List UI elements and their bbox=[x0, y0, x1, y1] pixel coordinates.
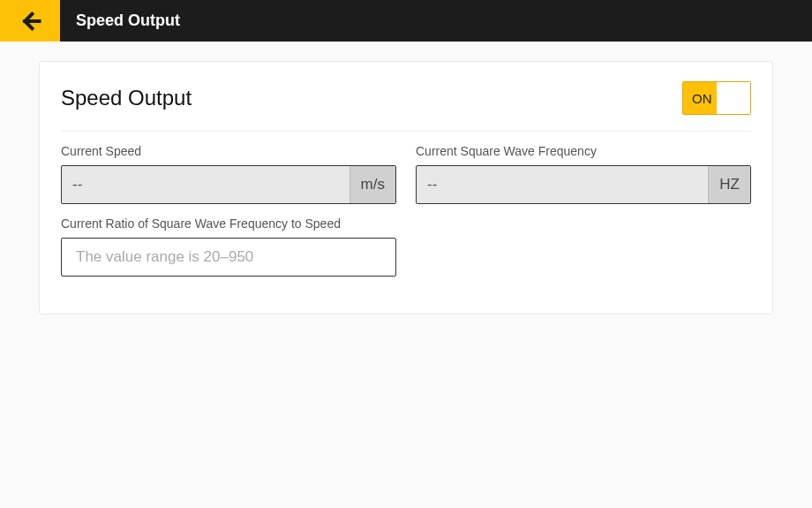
toggle-label: ON bbox=[683, 91, 712, 106]
current-frequency-value: -- bbox=[417, 166, 708, 203]
speed-output-card: Speed Output ON Current Speed -- m/s Cur… bbox=[39, 61, 773, 315]
card-title: Speed Output bbox=[61, 86, 192, 110]
card-header: Speed Output ON bbox=[61, 81, 751, 132]
current-speed-input: -- m/s bbox=[61, 165, 396, 204]
current-speed-unit: m/s bbox=[350, 166, 395, 203]
toggle-thumb bbox=[717, 82, 750, 114]
ratio-label: Current Ratio of Square Wave Frequency t… bbox=[61, 216, 396, 231]
topbar: Speed Output bbox=[0, 0, 812, 42]
current-speed-value: -- bbox=[62, 166, 350, 203]
current-frequency-unit: HZ bbox=[708, 166, 750, 203]
back-button[interactable] bbox=[0, 0, 60, 42]
current-frequency-group: Current Square Wave Frequency -- HZ bbox=[416, 144, 751, 204]
current-frequency-input: -- HZ bbox=[416, 165, 751, 204]
current-speed-label: Current Speed bbox=[61, 144, 396, 158]
form-row-1: Current Speed -- m/s Current Square Wave… bbox=[61, 144, 751, 216]
current-frequency-label: Current Square Wave Frequency bbox=[416, 144, 751, 158]
speed-output-toggle[interactable]: ON bbox=[682, 81, 751, 115]
page-content: Speed Output ON Current Speed -- m/s Cur… bbox=[0, 42, 812, 334]
form-row-2: Current Ratio of Square Wave Frequency t… bbox=[61, 216, 751, 289]
current-speed-group: Current Speed -- m/s bbox=[61, 144, 396, 204]
ratio-input[interactable] bbox=[61, 238, 396, 277]
arrow-left-icon bbox=[18, 9, 42, 34]
topbar-title: Speed Output bbox=[60, 11, 180, 30]
ratio-group: Current Ratio of Square Wave Frequency t… bbox=[61, 216, 396, 277]
